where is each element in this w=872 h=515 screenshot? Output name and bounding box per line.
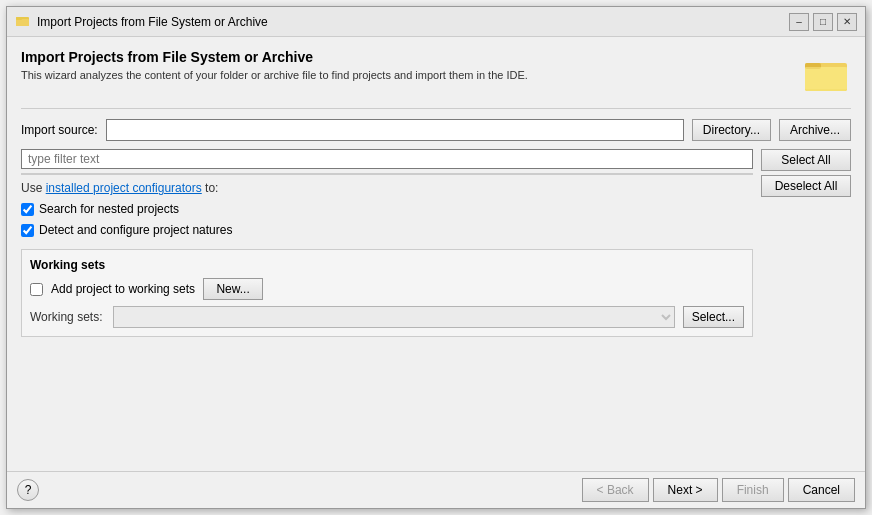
folder-table: Folder Import as <box>21 173 753 175</box>
use-installed-row: Use installed project configurators to: <box>21 181 753 195</box>
bottom-bar: ? < Back Next > Finish Cancel <box>7 471 865 508</box>
window-icon <box>15 12 31 31</box>
search-nested-label: Search for nested projects <box>39 202 179 216</box>
search-nested-row: Search for nested projects <box>21 202 753 216</box>
finish-button[interactable]: Finish <box>722 478 784 502</box>
deselect-all-button[interactable]: Deselect All <box>761 175 851 197</box>
select-all-button[interactable]: Select All <box>761 149 851 171</box>
import-source-input[interactable] <box>106 119 684 141</box>
close-button[interactable]: ✕ <box>837 13 857 31</box>
svg-rect-2 <box>16 17 22 20</box>
minimize-button[interactable]: – <box>789 13 809 31</box>
installed-configurators-link[interactable]: installed project configurators <box>46 181 202 195</box>
import-source-label: Import source: <box>21 123 98 137</box>
title-bar: Import Projects from File System or Arch… <box>7 7 865 37</box>
working-sets-select-row: Working sets: Select... <box>30 306 744 328</box>
dialog-title: Import Projects from File System or Arch… <box>21 49 803 65</box>
maximize-button[interactable]: □ <box>813 13 833 31</box>
svg-rect-6 <box>805 67 847 89</box>
next-button[interactable]: Next > <box>653 478 718 502</box>
svg-rect-1 <box>16 19 29 26</box>
window-title: Import Projects from File System or Arch… <box>37 15 268 29</box>
search-nested-checkbox[interactable] <box>21 203 34 216</box>
working-sets-select[interactable] <box>113 306 675 328</box>
dialog-description: This wizard analyzes the content of your… <box>21 69 803 81</box>
directory-button[interactable]: Directory... <box>692 119 771 141</box>
detect-label-text: Detect and configure project natures <box>39 223 232 237</box>
import-source-row: Import source: Directory... Archive... <box>21 119 851 141</box>
dialog-content: Import Projects from File System or Arch… <box>7 37 865 471</box>
header-section: Import Projects from File System or Arch… <box>21 49 851 109</box>
working-sets-section: Working sets Add project to working sets… <box>21 249 753 337</box>
detect-configure-row: Detect and configure project natures <box>21 223 753 237</box>
new-working-set-button[interactable]: New... <box>203 278 263 300</box>
detect-configure-label: Detect and configure project natures <box>39 223 232 237</box>
left-panel: Folder Import as Use installed project c… <box>21 149 753 306</box>
help-button[interactable]: ? <box>17 479 39 501</box>
nav-buttons: < Back Next > Finish Cancel <box>582 478 855 502</box>
add-working-sets-checkbox[interactable] <box>30 283 43 296</box>
archive-button[interactable]: Archive... <box>779 119 851 141</box>
add-working-sets-label: Add project to working sets <box>51 282 195 296</box>
header-folder-icon <box>803 49 851 100</box>
main-area: Folder Import as Use installed project c… <box>21 149 851 306</box>
working-sets-title: Working sets <box>30 258 744 272</box>
cancel-button[interactable]: Cancel <box>788 478 855 502</box>
detect-configure-checkbox[interactable] <box>21 224 34 237</box>
filter-input[interactable] <box>21 149 753 169</box>
add-to-working-sets-row: Add project to working sets New... <box>30 278 744 300</box>
main-window: Import Projects from File System or Arch… <box>6 6 866 509</box>
table-header: Folder Import as <box>22 174 752 175</box>
search-label-text: Search for nested projects <box>39 202 179 216</box>
back-button[interactable]: < Back <box>582 478 649 502</box>
right-panel: Select All Deselect All <box>761 149 851 306</box>
